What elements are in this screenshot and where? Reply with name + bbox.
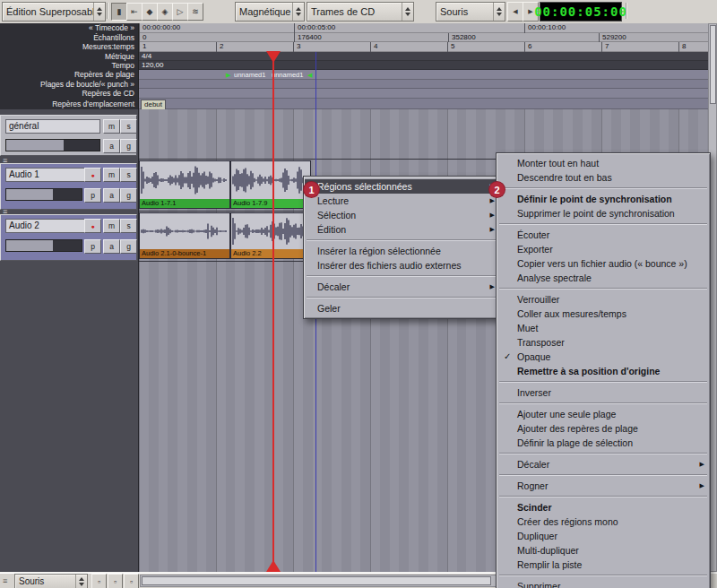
- menu-item-monter-tout-en-haut[interactable]: Monter tout en haut: [497, 156, 709, 170]
- master-automation-button[interactable]: a: [103, 139, 120, 153]
- menu-item-ecouter[interactable]: Écouter: [497, 228, 709, 242]
- toolbar-icon-button-6[interactable]: ≋: [187, 3, 203, 21]
- mouse-mode-combo[interactable]: Souris: [436, 2, 505, 22]
- location-marker-ruler[interactable]: debut: [139, 99, 708, 110]
- samples-ruler[interactable]: 0 176400 352800 529200: [139, 33, 708, 43]
- menu-item-copier-vers-fichier-audio[interactable]: Copier vers un fichier audio (« bounce »…: [497, 256, 709, 271]
- master-group-button[interactable]: g: [120, 139, 137, 153]
- menu-item-rogner[interactable]: Rogner▶: [497, 479, 709, 493]
- menu-item-inverser[interactable]: Inverser: [497, 385, 709, 400]
- menu-item-descendre-tout-en-bas[interactable]: Descendre tout en bas: [497, 170, 709, 185]
- audio2-name-field[interactable]: Audio 2: [5, 219, 88, 233]
- meter-marker[interactable]: 4/4: [142, 52, 151, 60]
- location-marker[interactable]: debut: [141, 99, 166, 110]
- audio2-track-header[interactable]: Audio 2 ● m s p a g: [0, 214, 137, 261]
- audio2-solo-button[interactable]: s: [120, 219, 137, 233]
- menu-item-inserer-region-selectionnee[interactable]: Insérer la région sélectionnée: [305, 244, 499, 258]
- master-mute-button[interactable]: m: [103, 119, 120, 134]
- audio1-group-button[interactable]: g: [120, 188, 137, 203]
- horizontal-scrollbar-thumb[interactable]: [142, 576, 491, 585]
- master-fader[interactable]: [5, 139, 100, 151]
- measures-ruler[interactable]: 1 2 3 4 5 6 7 8: [139, 42, 708, 52]
- snap-mode-combo[interactable]: Magnétique: [235, 2, 305, 22]
- menu-item-muet[interactable]: Muet: [497, 321, 709, 335]
- audio1-solo-button[interactable]: s: [120, 168, 137, 182]
- tempo-ruler[interactable]: 120,00: [139, 61, 708, 70]
- master-name-field[interactable]: général: [5, 119, 100, 134]
- region-audio2-2[interactable]: Audio 2.2: [230, 212, 311, 259]
- playhead-bottom-marker[interactable]: [266, 560, 281, 572]
- menu-item-edition[interactable]: Édition▶: [305, 222, 499, 237]
- region-audio2-1[interactable]: Audio 2.1-0-bounce-1: [139, 212, 230, 259]
- toolbar-icon-button-3[interactable]: ◆: [142, 3, 158, 21]
- menu-item-multi-dupliquer[interactable]: Multi-dupliquer: [497, 543, 709, 558]
- menu-item-remplir-la-piste[interactable]: Remplir la piste: [497, 558, 709, 572]
- audio1-fader[interactable]: [5, 188, 82, 201]
- vertical-scrollbar-thumb[interactable]: [710, 25, 716, 104]
- audio2-playlist-button[interactable]: p: [84, 239, 101, 254]
- menu-item-scinder[interactable]: Scinder: [497, 500, 709, 514]
- master-track-header[interactable]: général m s a g: [0, 115, 137, 156]
- menu-item-ajouter-une-seule-plage[interactable]: Ajouter une seule plage: [497, 407, 709, 421]
- toolbar-drag-handle-icon[interactable]: ≡: [3, 577, 7, 584]
- audio2-fader[interactable]: [5, 239, 82, 252]
- playhead-line[interactable]: [272, 52, 274, 572]
- menu-separator: [499, 575, 707, 576]
- statusbar-icon-button-3[interactable]: ▫: [124, 574, 139, 588]
- snap-unit-combo[interactable]: Trames de CD: [307, 2, 414, 22]
- toolbar-icon-button-1[interactable]: ▮: [111, 3, 127, 21]
- region-audio1-1[interactable]: Audio 1-7.1: [139, 160, 230, 209]
- menu-item-opaque[interactable]: ✓Opaque: [497, 350, 709, 364]
- audio2-automation-button[interactable]: a: [103, 239, 120, 254]
- audio1-playlist-button[interactable]: p: [84, 188, 101, 203]
- audio2-record-button[interactable]: ●: [84, 219, 101, 233]
- menu-item-verrouiller[interactable]: Verrouiller: [497, 292, 709, 307]
- menu-item-exporter[interactable]: Exporter: [497, 242, 709, 256]
- cd-marker-ruler[interactable]: [139, 89, 708, 99]
- menu-item-creer-des-regions-mono[interactable]: Créer des régions mono: [497, 514, 709, 529]
- menu-item-definir-la-plage-de-selection[interactable]: Définir la plage de sélection: [497, 436, 709, 450]
- audio1-mute-button[interactable]: m: [103, 168, 120, 182]
- transport-clock[interactable]: 00:00:05:00: [540, 2, 622, 22]
- menu-item-coller-aux-mesures-temps[interactable]: Coller aux mesures/temps: [497, 307, 709, 321]
- menu-item-supprimer[interactable]: Supprimer: [497, 579, 709, 588]
- audio1-record-button[interactable]: ●: [84, 168, 101, 182]
- toolbar-icon-button-5[interactable]: ▷: [172, 3, 188, 21]
- audio2-group-button[interactable]: g: [120, 239, 137, 254]
- menu-item-definir-point-synchronisation[interactable]: Définir le point de synchronisation: [497, 192, 709, 206]
- toolbar-icon-button-4[interactable]: ◈: [157, 3, 173, 21]
- statusbar-icon-button-2[interactable]: ▫: [108, 574, 123, 588]
- region-audio1-2[interactable]: Audio 1-7.9: [230, 160, 311, 209]
- menu-item-supprimer-point-synchronisation[interactable]: Supprimer le point de synchronisation: [497, 206, 709, 220]
- master-solo-button[interactable]: s: [120, 119, 137, 134]
- nav-left-button[interactable]: ◀: [507, 2, 523, 22]
- audio1-track-header[interactable]: Audio 1 ● m s p a g: [0, 163, 137, 210]
- range-marker-ruler[interactable]: ▶ unnamed1 unnamed1 ◀: [139, 70, 708, 80]
- menu-item-geler[interactable]: Geler: [305, 301, 499, 316]
- audio2-mute-button[interactable]: m: [103, 219, 120, 233]
- menu-item-ajouter-des-reperes-de-plage[interactable]: Ajouter des repères de plage: [497, 421, 709, 436]
- menu-item-remettre-position-origine[interactable]: Remettre à sa position d'origine: [497, 364, 709, 378]
- audio1-automation-button[interactable]: a: [103, 188, 120, 203]
- meter-ruler[interactable]: 4/4: [139, 52, 708, 61]
- range-marker-label[interactable]: unnamed1: [234, 71, 265, 79]
- menu-item-regions-selectionnees[interactable]: Régions sélectionnées▶: [305, 179, 499, 194]
- playhead-top-marker[interactable]: [266, 51, 281, 63]
- menu-item-inserer-fichiers-audio-externes[interactable]: Insérer des fichiers audio externes: [305, 258, 499, 272]
- menu-item-selection[interactable]: Sélection▶: [305, 208, 499, 222]
- status-tool-combo[interactable]: Souris: [14, 574, 88, 588]
- edit-mode-combo[interactable]: Édition Superposabl: [2, 2, 106, 22]
- toolbar-icon-button-2[interactable]: ⇤: [126, 3, 143, 21]
- menu-item-decaler[interactable]: Décaler▶: [305, 280, 499, 294]
- menu-item-analyse-spectrale[interactable]: Analyse spectrale: [497, 271, 709, 285]
- loop-punch-ruler[interactable]: [139, 80, 708, 90]
- timecode-ruler[interactable]: 00:00:00:00 00:00:05:00 00:00:10:00: [139, 23, 708, 33]
- tempo-marker[interactable]: 120,00: [142, 61, 163, 69]
- menu-item-lecture[interactable]: Lecture▶: [305, 194, 499, 208]
- menu-item-dupliquer[interactable]: Dupliquer: [497, 529, 709, 543]
- menu-item-transposer[interactable]: Transposer: [497, 335, 709, 350]
- audio1-name-field[interactable]: Audio 1: [5, 168, 88, 182]
- range-marker-label[interactable]: unnamed1: [272, 71, 303, 79]
- menu-item-decaler-2[interactable]: Décaler▶: [497, 457, 709, 471]
- statusbar-icon-button-1[interactable]: ▫: [91, 574, 107, 588]
